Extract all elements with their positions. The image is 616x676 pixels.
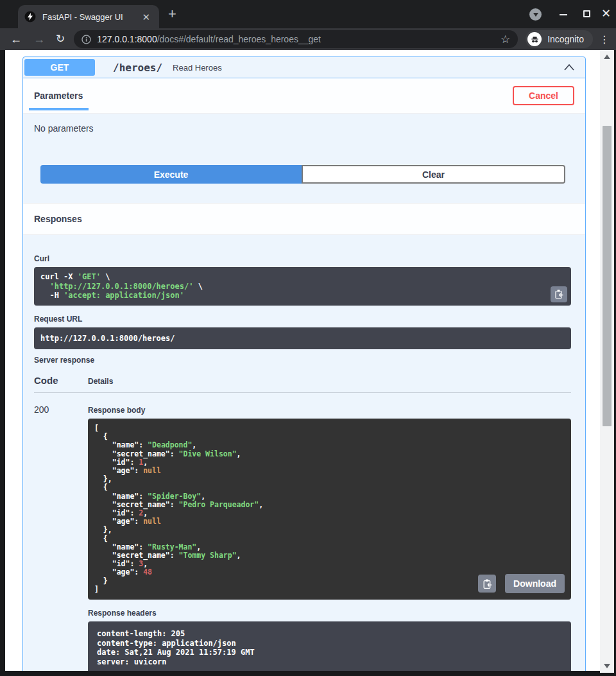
copy-curl-button[interactable] — [551, 286, 567, 302]
cancel-button[interactable]: Cancel — [513, 86, 574, 105]
incognito-icon — [527, 32, 542, 46]
response-body-json: [ { "name": "Deadpond", "secret_name": "… — [88, 419, 571, 600]
url-host: 127.0.0.1:8000 — [97, 34, 157, 44]
response-headers-label: Response headers — [88, 609, 571, 618]
curl-label: Curl — [34, 254, 571, 263]
incognito-label: Incognito — [547, 34, 584, 44]
back-button-icon[interactable]: ← — [10, 33, 22, 45]
new-tab-button[interactable]: + — [168, 6, 176, 22]
bookmark-star-icon[interactable]: ☆ — [501, 33, 510, 46]
reload-button-icon[interactable]: ↻ — [56, 33, 65, 45]
response-table-header: Code Details — [34, 375, 571, 393]
swagger-page: GET /heroes/ Read Heroes Parameters Canc… — [5, 50, 600, 671]
details-column-header: Details — [88, 375, 113, 386]
download-button[interactable]: Download — [505, 574, 565, 593]
collapse-chevron-icon[interactable] — [563, 64, 575, 71]
execute-wrapper: Execute Clear — [23, 165, 585, 184]
operation-description: Read Heroes — [173, 63, 222, 73]
responses-title: Responses — [34, 214, 82, 224]
tab-close-icon[interactable]: ✕ — [139, 11, 153, 23]
clear-button[interactable]: Clear — [302, 165, 565, 184]
execute-button[interactable]: Execute — [40, 165, 302, 184]
response-body-actions: Download — [478, 574, 565, 593]
request-url-label: Request URL — [34, 315, 571, 324]
http-method-badge: GET — [24, 59, 95, 76]
scrollbar-thumb[interactable] — [603, 126, 612, 426]
browser-tab-strip: FastAPI - Swagger UI ✕ + ✕ — [0, 0, 616, 28]
browser-window: FastAPI - Swagger UI ✕ + ✕ ← → ↻ 127.0.0… — [0, 0, 616, 676]
tab-title: FastAPI - Swagger UI — [42, 12, 139, 22]
response-row-200: 200 Response body [ { "name": "Deadpond"… — [34, 401, 571, 671]
fastapi-favicon-icon — [24, 11, 36, 22]
copy-response-button[interactable] — [478, 575, 496, 593]
responses-header: Responses — [23, 203, 585, 235]
server-response-label: Server response — [34, 356, 571, 365]
curl-command: curl -X 'GET' \ 'http://127.0.0.1:8000/h… — [34, 267, 571, 306]
status-code: 200 — [34, 401, 88, 671]
incognito-badge: Incognito — [526, 30, 593, 48]
page-info-icon[interactable] — [81, 35, 91, 44]
response-headers-block: content-length: 205 content-type: applic… — [88, 621, 571, 671]
code-column-header: Code — [34, 375, 88, 386]
no-parameters-message: No parameters — [23, 114, 585, 165]
window-minimize-button[interactable] — [560, 14, 567, 15]
responses-body: Curl curl -X 'GET' \ 'http://127.0.0.1:8… — [23, 235, 585, 671]
browser-update-icon[interactable] — [529, 8, 542, 21]
parameters-title: Parameters — [34, 91, 83, 101]
scroll-down-arrow-icon[interactable] — [604, 664, 610, 668]
operation-path: /heroes/ — [113, 62, 162, 74]
url-text[interactable]: 127.0.0.1:8000/docs#/default/read_heroes… — [97, 34, 495, 44]
response-body-label: Response body — [88, 406, 571, 415]
parameters-header: Parameters Cancel — [23, 78, 585, 114]
forward-button-icon[interactable]: → — [33, 33, 45, 45]
browser-menu-icon[interactable]: ⋮ — [599, 33, 610, 46]
browser-tab[interactable]: FastAPI - Swagger UI ✕ — [18, 5, 159, 28]
address-bar[interactable]: 127.0.0.1:8000/docs#/default/read_heroes… — [74, 30, 518, 48]
window-maximize-button[interactable] — [583, 10, 590, 17]
browser-toolbar: ← → ↻ 127.0.0.1:8000/docs#/default/read_… — [0, 28, 616, 50]
response-details: Response body [ { "name": "Deadpond", "s… — [88, 401, 571, 671]
active-tab-underline — [29, 108, 89, 110]
operation-summary[interactable]: GET /heroes/ Read Heroes — [23, 57, 585, 78]
scroll-up-arrow-icon[interactable] — [604, 55, 610, 59]
request-url-value: http://127.0.0.1:8000/heroes/ — [34, 327, 571, 350]
page-scrollbar[interactable] — [600, 50, 614, 673]
operation-block-get-heroes: GET /heroes/ Read Heroes Parameters Canc… — [22, 56, 586, 671]
window-close-button[interactable]: ✕ — [601, 7, 611, 20]
url-path: /docs#/default/read_heroes_heroes__get — [157, 34, 321, 44]
